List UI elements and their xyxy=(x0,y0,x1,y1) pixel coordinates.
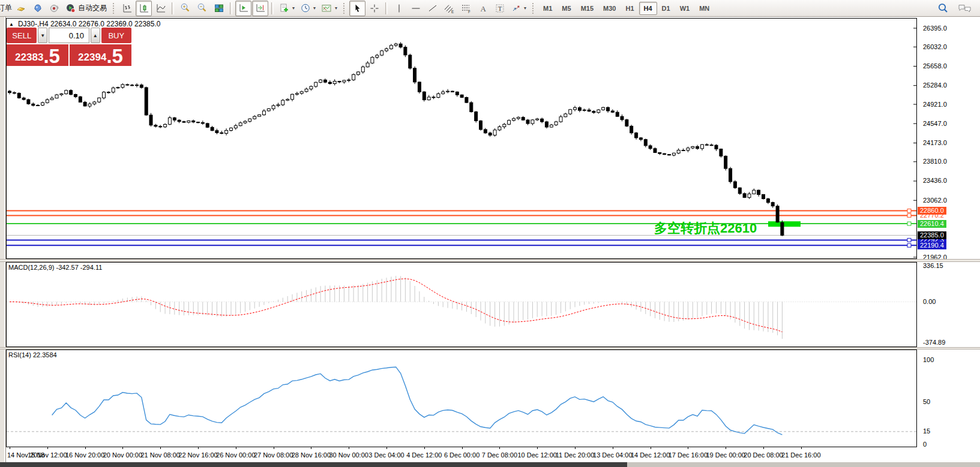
rsi-canvas[interactable] xyxy=(6,350,917,450)
svg-text:A: A xyxy=(480,4,486,13)
crosshair-icon xyxy=(369,3,380,14)
macd-canvas[interactable] xyxy=(6,262,917,350)
add-indicator-icon xyxy=(279,3,290,14)
timeframe-button-mn[interactable]: MN xyxy=(694,2,714,15)
market-watch-button[interactable] xyxy=(13,1,29,16)
bar-chart-button[interactable] xyxy=(119,1,135,16)
timeframe-button-h1[interactable]: H1 xyxy=(621,2,639,15)
price-tick-label: 23810.0 xyxy=(923,158,947,165)
bid-price-label: 22385.0 xyxy=(918,231,946,239)
auto-scroll-button[interactable] xyxy=(235,1,251,16)
price-tick-label: 23436.0 xyxy=(923,177,947,184)
arrows-icon xyxy=(511,3,522,14)
time-tick xyxy=(688,447,688,449)
time-tick xyxy=(274,447,274,449)
equidistant-channel-button[interactable]: E xyxy=(441,1,457,16)
tile-windows-button[interactable] xyxy=(211,1,227,16)
data-window-icon xyxy=(32,3,43,14)
time-label: 20 Dec 08:00 xyxy=(744,451,783,459)
toolbar: 订单 自动交易 ▾ ▾ xyxy=(0,0,980,17)
price-tick-label: 26395.0 xyxy=(923,25,947,32)
macd-pane: MACD(12,26,9) -342.57 -294.11 336.150.00… xyxy=(6,262,980,347)
volume-input[interactable] xyxy=(49,28,89,43)
chart-shift-button[interactable] xyxy=(252,1,268,16)
svg-text:T: T xyxy=(498,5,502,12)
template-button[interactable]: ▾ xyxy=(319,1,340,16)
sound-button[interactable] xyxy=(46,1,62,16)
chart-window: ▲ DJ30-,H4 22634.0 22676.0 22369.0 22385… xyxy=(0,17,980,467)
timeframe-button-w1[interactable]: W1 xyxy=(675,2,695,15)
autotrading-button[interactable]: 自动交易 xyxy=(63,1,109,16)
panel-collapse-icon[interactable]: ▲ xyxy=(9,22,14,27)
text-icon: A xyxy=(478,3,488,14)
sell-price[interactable]: 22383.5 xyxy=(7,44,68,66)
new-order-button[interactable]: 订单 xyxy=(0,3,12,13)
timeframe-button-d1[interactable]: D1 xyxy=(657,2,675,15)
rsi-label: RSI(14) 22.3584 xyxy=(8,351,57,358)
text-label-button[interactable]: T xyxy=(492,1,508,16)
buy-price[interactable]: 22394.5 xyxy=(70,44,131,66)
rsi-pane: RSI(14) 22.3584 10050150 xyxy=(6,350,980,447)
cursor-button[interactable] xyxy=(349,1,365,16)
horizontal-line-button[interactable] xyxy=(407,1,424,16)
arrows-button[interactable]: ▾ xyxy=(508,1,529,16)
time-tick xyxy=(763,447,764,449)
bottom-strip-light xyxy=(627,462,980,467)
zoom-out-icon xyxy=(196,2,208,14)
macd-tick-label: -374.89 xyxy=(923,339,945,346)
period-selector-button[interactable]: ▾ xyxy=(298,1,318,16)
main-chart-canvas[interactable] xyxy=(6,18,917,261)
market-watch-icon xyxy=(16,3,26,14)
time-axis[interactable]: 14 Nov 201815 Nov 12:0016 Nov 20:0020 No… xyxy=(6,447,980,462)
timeframe-button-h4[interactable]: H4 xyxy=(639,2,657,15)
add-indicator-caret: ▾ xyxy=(292,5,295,11)
time-label: 16 Nov 20:00 xyxy=(65,451,104,459)
zoom-out-button[interactable] xyxy=(194,1,210,16)
add-indicator-button[interactable]: ▾ xyxy=(277,1,297,16)
volume-decrease-button[interactable]: ▼ xyxy=(38,28,47,43)
period-selector-caret: ▾ xyxy=(313,5,316,11)
crosshair-button[interactable] xyxy=(366,1,382,16)
timeframe-button-m5[interactable]: M5 xyxy=(557,2,576,15)
chart-annotation-text[interactable]: 多空转折点22610 xyxy=(654,219,757,237)
template-icon xyxy=(321,3,332,14)
sell-button[interactable]: SELL xyxy=(7,28,37,43)
data-window-button[interactable] xyxy=(29,1,46,16)
trend-line-button[interactable] xyxy=(424,1,440,16)
time-tick xyxy=(462,447,463,449)
macd-tick-label: 0.00 xyxy=(923,298,936,305)
timeframe-button-m15[interactable]: M15 xyxy=(576,2,598,15)
candlestick-chart-button[interactable] xyxy=(136,1,152,16)
vertical-line-icon xyxy=(394,3,404,14)
time-label: 17 Dec 16:00 xyxy=(669,451,708,459)
buy-button[interactable]: BUY xyxy=(101,28,131,43)
fibonacci-button[interactable]: F xyxy=(458,1,474,16)
time-label: 15 Nov 12:00 xyxy=(28,451,67,459)
line-chart-button[interactable] xyxy=(152,1,169,16)
horizontal-line-icon xyxy=(410,3,421,14)
time-tick xyxy=(651,447,651,449)
text-button[interactable]: A xyxy=(475,1,491,16)
chat-icon[interactable] xyxy=(958,3,972,14)
vertical-line-button[interactable] xyxy=(391,1,407,16)
time-tick xyxy=(499,447,500,449)
timeframe-bar: M1M5M15M30H1H4D1W1MN xyxy=(538,2,714,15)
level-price-label: 22610.4 xyxy=(918,220,946,228)
time-label: 22 Nov 16:00 xyxy=(178,451,217,459)
zoom-in-button[interactable] xyxy=(177,1,193,16)
price-tick-label: 24547.0 xyxy=(923,120,947,127)
line-chart-icon xyxy=(155,3,166,14)
volume-increase-button[interactable]: ▲ xyxy=(91,28,100,43)
price-axis[interactable]: 26395.026032.025658.025284.024921.024547… xyxy=(918,18,980,259)
template-caret: ▾ xyxy=(335,5,337,11)
search-icon[interactable] xyxy=(937,2,949,14)
rsi-tick-label: 50 xyxy=(923,398,930,405)
time-tick xyxy=(424,447,425,449)
time-label: 13 Dec 04:00 xyxy=(593,451,632,459)
time-tick xyxy=(10,447,10,449)
timeframe-button-m1[interactable]: M1 xyxy=(538,2,557,15)
bottom-strip-dark xyxy=(0,462,627,467)
timeframe-button-m30[interactable]: M30 xyxy=(598,2,621,15)
time-tick xyxy=(47,447,48,449)
time-label: 30 Nov 00:00 xyxy=(329,451,368,459)
